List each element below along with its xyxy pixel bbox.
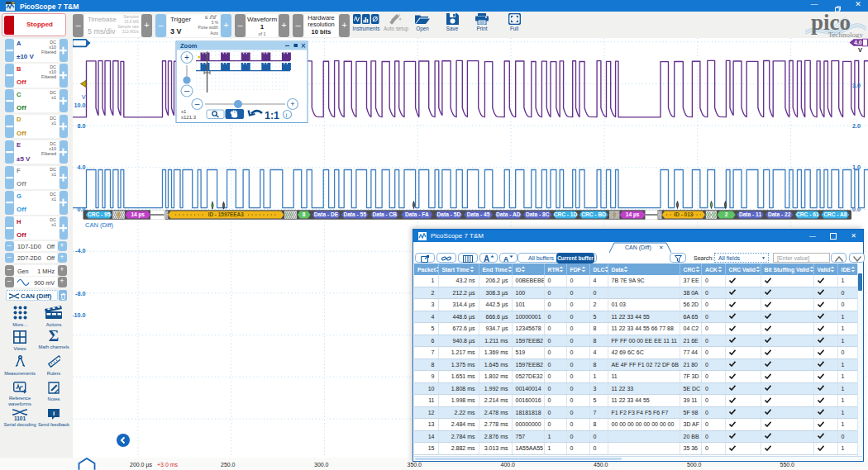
svg-text:V: V <box>82 93 86 101</box>
svg-text:E: E <box>205 15 208 20</box>
svg-text:Data - 55: Data - 55 <box>343 211 366 217</box>
svg-text:Data - AD: Data - AD <box>496 211 521 217</box>
svg-text:-4.0: -4.0 <box>75 247 85 254</box>
svg-text:2: 2 <box>725 211 728 217</box>
svg-text:4.0: 4.0 <box>854 40 862 45</box>
svg-text:Data - 11: Data - 11 <box>739 211 761 217</box>
svg-text:CRC - BD: CRC - BD <box>581 211 606 217</box>
svg-text:8.0: 8.0 <box>78 122 86 130</box>
svg-text:CRC - 61: CRC - 61 <box>796 211 819 217</box>
svg-text:ID - 013: ID - 013 <box>675 211 694 217</box>
svg-text:ID - 1597EEA3: ID - 1597EEA3 <box>208 211 244 217</box>
svg-text:CRC - 1D: CRC - 1D <box>554 211 578 217</box>
svg-text:Data - 5D: Data - 5D <box>437 211 461 217</box>
svg-text:1101: 1101 <box>14 415 26 421</box>
svg-text:0.0: 0.0 <box>78 206 86 213</box>
svg-text:Data - 8C: Data - 8C <box>526 211 550 217</box>
svg-text:Data - CB: Data - CB <box>372 211 397 217</box>
svg-text:10.0: 10.0 <box>74 102 86 109</box>
svg-text:-10.0: -10.0 <box>72 311 85 319</box>
svg-text:-8.0: -8.0 <box>75 290 85 297</box>
svg-text:A: A <box>484 254 489 263</box>
svg-text:1.0: 1.0 <box>852 164 861 171</box>
svg-text:CRC - 95: CRC - 95 <box>88 211 111 217</box>
svg-text:0.0: 0.0 <box>852 206 861 213</box>
svg-text:8: 8 <box>303 211 306 217</box>
svg-text:14 µs: 14 µs <box>131 211 145 218</box>
svg-text:Data - FA: Data - FA <box>405 211 429 217</box>
svg-text:14 µs: 14 µs <box>626 211 640 218</box>
svg-text:CAN (Diff): CAN (Diff) <box>85 221 114 229</box>
svg-text:Data - DE: Data - DE <box>314 211 339 217</box>
svg-text:V: V <box>858 46 862 54</box>
svg-text:Data - 22: Data - 22 <box>768 211 791 217</box>
svg-text:Technology: Technology <box>828 31 864 38</box>
svg-text:Data - 45: Data - 45 <box>467 211 490 217</box>
svg-text:4.0: 4.0 <box>78 164 86 171</box>
svg-text:3.0: 3.0 <box>852 82 861 89</box>
svg-text:i: i <box>53 410 55 417</box>
svg-text:2.0: 2.0 <box>852 122 861 130</box>
svg-text:A: A <box>503 255 508 263</box>
svg-text:CRC - A8: CRC - A8 <box>823 211 847 217</box>
